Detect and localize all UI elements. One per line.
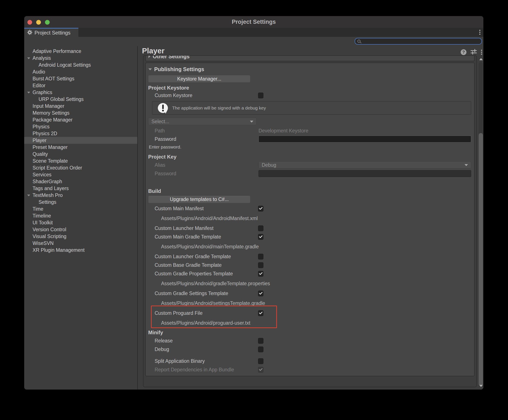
sidebar-item[interactable]: Quality bbox=[24, 151, 137, 158]
build-header: Build bbox=[146, 188, 474, 194]
scrollbar-thumb[interactable] bbox=[479, 133, 483, 386]
sidebar-item[interactable]: XR Plugin Management bbox=[24, 247, 137, 254]
scrollbar-track[interactable] bbox=[479, 62, 483, 383]
panel-kebab-icon[interactable] bbox=[481, 50, 482, 55]
setting-label: Custom Base Gradle Template bbox=[155, 262, 222, 268]
sidebar-item[interactable]: Adaptive Performance bbox=[24, 48, 137, 55]
sidebar-item[interactable]: Physics 2D bbox=[24, 130, 137, 137]
setting-row: Custom Main Manifest bbox=[146, 205, 474, 212]
upgrade-templates-button[interactable]: Upgrade templates to C#... bbox=[148, 196, 250, 203]
sidebar-item[interactable]: Services bbox=[24, 171, 137, 178]
section-title: Other Settings bbox=[153, 55, 190, 60]
setting-checkbox[interactable] bbox=[258, 310, 263, 316]
publishing-settings-header[interactable]: Publishing Settings bbox=[146, 63, 474, 72]
sidebar-item-label: Memory Settings bbox=[33, 110, 70, 116]
key-password-input[interactable] bbox=[258, 170, 471, 177]
sidebar-item[interactable]: Settings bbox=[24, 199, 137, 205]
sidebar-item[interactable]: Version Control bbox=[24, 226, 137, 233]
sidebar-item[interactable]: Timeline bbox=[24, 212, 137, 219]
keystore-manager-button[interactable]: Keystore Manager... bbox=[148, 75, 250, 82]
sidebar-item[interactable]: Package Manager bbox=[24, 116, 137, 123]
setting-path: Assets/Plugins/Android/proguard-user.txt bbox=[161, 320, 250, 326]
password-label: Password bbox=[155, 171, 176, 177]
foldout-expanded-icon[interactable] bbox=[27, 57, 30, 59]
sidebar-item[interactable]: Time bbox=[24, 205, 137, 212]
foldout-expanded-icon[interactable] bbox=[27, 195, 30, 196]
sidebar-item[interactable]: Input Manager bbox=[24, 103, 137, 110]
sidebar-item-label: Preset Manager bbox=[33, 144, 68, 151]
help-icon[interactable] bbox=[461, 49, 466, 55]
search-input[interactable] bbox=[362, 38, 479, 45]
sidebar-item[interactable]: Script Execution Order bbox=[24, 164, 137, 171]
sidebar-item[interactable]: Memory Settings bbox=[24, 110, 137, 116]
sidebar-item[interactable]: TextMesh Pro bbox=[24, 192, 137, 199]
setting-label: Custom Proguard File bbox=[155, 310, 203, 316]
sidebar-item[interactable]: Analysis bbox=[24, 55, 137, 61]
setting-label: Custom Launcher Gradle Template bbox=[155, 254, 231, 260]
keystore-select-dropdown[interactable]: Select... bbox=[148, 118, 257, 125]
foldout-expanded-icon[interactable] bbox=[27, 92, 30, 93]
sidebar-item-label: Tags and Layers bbox=[33, 185, 69, 192]
search-field[interactable] bbox=[355, 38, 482, 45]
sidebar-item-label: Scene Template bbox=[33, 158, 68, 164]
sidebar-item[interactable]: Tags and Layers bbox=[24, 185, 137, 192]
setting-label: Report Dependencies in App Bundle bbox=[155, 367, 234, 373]
sidebar-item-label: URP Global Settings bbox=[38, 96, 84, 103]
setting-checkbox[interactable] bbox=[258, 271, 263, 277]
tab-project-settings[interactable]: Project Settings bbox=[24, 28, 78, 37]
tab-bar-menu-kebab-icon[interactable] bbox=[479, 30, 480, 35]
setting-checkbox[interactable] bbox=[258, 338, 263, 344]
sidebar-item[interactable]: ShaderGraph bbox=[24, 178, 137, 185]
keystore-password-input[interactable] bbox=[258, 136, 471, 142]
scroll-down-arrow-icon[interactable] bbox=[479, 385, 483, 387]
scroll-up-arrow-icon[interactable] bbox=[479, 58, 483, 60]
dropdown-value: Debug bbox=[262, 162, 276, 168]
minify-header: Minify bbox=[146, 329, 474, 336]
sidebar-item[interactable]: Preset Manager bbox=[24, 144, 137, 151]
sidebar-item-label: Analysis bbox=[33, 55, 51, 61]
sidebar-item[interactable]: Burst AOT Settings bbox=[24, 75, 137, 82]
sidebar-item-label: ShaderGraph bbox=[33, 178, 62, 185]
sidebar-item-label: Input Manager bbox=[33, 103, 64, 110]
sidebar-item-label: Timeline bbox=[33, 212, 51, 219]
setting-checkbox[interactable] bbox=[258, 234, 263, 240]
sidebar-item[interactable]: Player bbox=[24, 137, 137, 144]
section-other-settings[interactable]: Other Settings bbox=[145, 55, 475, 61]
setting-path-row: Assets/Plugins/Android/mainTemplate.grad… bbox=[146, 244, 474, 250]
sidebar-item[interactable]: Editor bbox=[24, 82, 137, 89]
sidebar-item[interactable]: WiseSVN bbox=[24, 240, 137, 247]
alias-dropdown[interactable]: Debug bbox=[258, 161, 471, 168]
sidebar-item[interactable]: URP Global Settings bbox=[24, 96, 137, 103]
vertical-scrollbar[interactable] bbox=[479, 57, 483, 388]
sidebar-item[interactable]: Android Logcat Settings bbox=[24, 61, 137, 68]
setting-row: Custom Launcher Manifest bbox=[146, 225, 474, 232]
setting-checkbox[interactable] bbox=[258, 367, 263, 373]
sidebar-item-label: Services bbox=[33, 171, 52, 178]
setting-checkbox[interactable] bbox=[258, 225, 263, 231]
sidebar-item-label: Package Manager bbox=[33, 116, 73, 123]
setting-path-row: Assets/Plugins/Android/AndroidManifest.x… bbox=[146, 215, 474, 221]
foldout-expanded-icon[interactable] bbox=[148, 68, 152, 70]
setting-checkbox[interactable] bbox=[258, 358, 263, 364]
sidebar-item[interactable]: Graphics bbox=[24, 89, 137, 96]
sidebar-item[interactable]: Scene Template bbox=[24, 158, 137, 164]
sidebar-item[interactable]: Physics bbox=[24, 123, 137, 130]
custom-keystore-checkbox[interactable] bbox=[258, 93, 263, 98]
setting-path-row: Assets/Plugins/Android/gradleTemplate.pr… bbox=[146, 280, 474, 286]
setting-checkbox[interactable] bbox=[258, 206, 263, 211]
setting-checkbox[interactable] bbox=[258, 346, 263, 352]
section-publishing-settings: Publishing Settings Keystore Manager... … bbox=[145, 63, 475, 376]
sidebar-item-label: Quality bbox=[33, 151, 48, 158]
foldout-collapsed-icon[interactable] bbox=[148, 55, 150, 58]
sidebar-item[interactable]: Audio bbox=[24, 68, 137, 75]
setting-checkbox[interactable] bbox=[258, 262, 263, 268]
sidebar-item[interactable]: Visual Scripting bbox=[24, 233, 137, 240]
setting-checkbox[interactable] bbox=[258, 291, 263, 296]
setting-checkbox[interactable] bbox=[258, 254, 263, 260]
setting-row: Custom Gradle Properties Template bbox=[146, 270, 474, 277]
presets-icon[interactable] bbox=[470, 49, 477, 55]
project-settings-window: Project Settings bbox=[24, 16, 483, 390]
path-label: Path bbox=[155, 128, 165, 134]
project-keystore-header: Project Keystore bbox=[146, 85, 474, 91]
sidebar-item[interactable]: UI Toolkit bbox=[24, 219, 137, 226]
